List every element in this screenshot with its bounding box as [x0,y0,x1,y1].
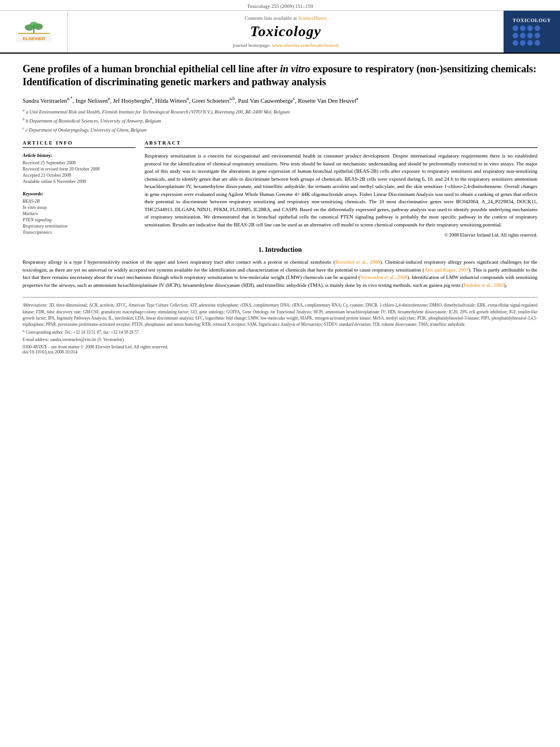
title-italic: in vitro [280,63,310,75]
affil-sup: a [356,96,358,101]
badge-dot [527,25,533,31]
affil-c: c c Department of Otolaryngology, Univer… [23,126,537,134]
badge-dot [527,40,533,46]
affil-sup: a,* [67,96,73,101]
abstract-col: ABSTRACT Respiratory sensitization is a … [145,140,537,238]
journal-header-center: Contents lists available at ScienceDirec… [68,11,504,53]
accepted-date: Accepted 21 October 2008 [23,173,135,178]
affil-sup: a [108,96,110,101]
affil-b: b b Department of Biomedical Sciences, U… [23,117,537,125]
badge-dot [535,25,540,31]
svg-rect-6 [18,33,50,34]
keyword-resp-sensitization: Respiratory sensitization [23,224,135,229]
affiliations: a a Unit Environmental Risk and Health, … [23,108,537,133]
journal-homepage: journal homepage: www.elsevier.com/locat… [233,42,338,48]
copyright-doi-note: 0300-483X/$ – see front matter © 2008 El… [23,344,537,355]
contents-line: Contents lists available at ScienceDirec… [245,15,327,21]
keyword-in-vitro: In vitro assay [23,205,135,210]
keyword-transcriptomics: Transcriptomics [23,230,135,235]
abstract-header: ABSTRACT [145,140,537,148]
journal-top-bar: Toxicology 255 (2009) 151–159 [0,0,560,11]
journal-header-left: ELSEVIER [0,11,68,53]
journal-homepage-link[interactable]: www.elsevier.com/locate/toxicol [272,42,339,48]
article-title: Gene profiles of a human bronchial epith… [23,63,537,89]
abstract-text: Respiratory sensitization is a concern f… [145,152,537,229]
badge-dot [513,25,518,31]
ref-boverhof[interactable]: Boverhof et al., 2008 [335,259,380,265]
keywords-label: Keywords: [23,191,135,196]
article-history-block: Article history: Received 25 September 2… [23,152,135,184]
title-part1: Gene profiles of a human bronchial epith… [23,63,280,75]
affil-a: a a Unit Environmental Risk and Health, … [23,108,537,116]
received-revised-date: Received in revised form 20 October 2008 [23,167,135,172]
article-authors: Sandra Verstraelena,*, Inge Nelissena, J… [23,96,537,104]
article-content: Gene profiles of a human bronchial epith… [0,54,560,366]
history-label: Article history: [23,152,135,158]
keyword-markers: Markers [23,211,135,216]
badge-dot [520,40,526,46]
badge-dot [520,25,526,31]
intro-p1: Respiratory allergy is a type I hypersen… [23,259,537,289]
ref-arts-kuper[interactable]: Arts and Kuper, 2007 [425,267,469,273]
badge-dot [513,33,518,38]
badge-dot [520,33,526,38]
keywords-block: Keywords: BEAS-2B In vitro assay Markers… [23,191,135,235]
abstract-copyright: © 2008 Elsevier Ireland Ltd. All rights … [145,232,537,238]
abbrev-content: 3D, three-dimensional; ACR, acrolein; AT… [23,303,537,327]
article-info-header: ARTICLE INFO [23,140,135,148]
journal-header-right: TOXICOLOGY [504,11,560,53]
email-note: E-mail address: sandra.verstraelen@vito.… [23,337,537,342]
keyword-beas2b: BEAS-2B [23,199,135,204]
affil-sup: c [293,96,295,101]
badge-dots [513,25,551,46]
page-wrapper: Toxicology 255 (2009) 151–159 ELSEVIER C… [0,0,560,366]
keyword-pten: PTEN signaling [23,217,135,222]
sciencedirect-link[interactable]: ScienceDirect [298,15,326,21]
journal-citation: Toxicology 255 (2009) 151–159 [247,3,313,9]
journal-header: ELSEVIER Contents lists available at Sci… [0,11,560,54]
badge-dot [535,33,540,38]
abbrev-label: Abbreviations: [23,303,47,308]
two-col-section: ARTICLE INFO Article history: Received 2… [23,140,537,238]
abstract-paragraph: Respiratory sensitization is a concern f… [145,152,537,229]
received-date: Received 25 September 2008 [23,160,135,165]
introduction-section: 1. Introduction Respiratory allergy is a… [23,246,537,289]
available-online-date: Available online 6 November 2008 [23,179,135,184]
svg-text:ELSEVIER: ELSEVIER [23,36,45,41]
ref-pauluhn[interactable]: Pauluhn et al., 2002 [463,282,504,288]
toxicology-badge: TOXICOLOGY [513,18,551,46]
ref-verstraelen[interactable]: Verstraelen et al., 2008 [360,274,408,280]
abbreviations-text: Abbreviations: 3D, three-dimensional; AC… [23,302,537,327]
badge-title: TOXICOLOGY [513,18,551,23]
affil-sup: a [150,96,152,101]
corresponding-author-note: * Corresponding author. Tel.: +32 14 33 … [23,330,537,335]
introduction-heading: 1. Introduction [23,246,537,254]
journal-title: Toxicology [250,23,321,40]
elsevier-logo-icon: ELSEVIER [11,20,56,43]
badge-dot [513,40,518,46]
introduction-paragraph: Respiratory allergy is a type I hypersen… [23,259,537,289]
footnotes-section: Abbreviations: 3D, three-dimensional; AC… [23,297,537,355]
badge-dot [535,40,540,46]
badge-dot [527,33,533,38]
affil-sup: a [187,96,189,101]
article-info-col: ARTICLE INFO Article history: Received 2… [23,140,135,238]
svg-point-5 [29,21,37,27]
affil-sup: a,b [230,96,235,101]
